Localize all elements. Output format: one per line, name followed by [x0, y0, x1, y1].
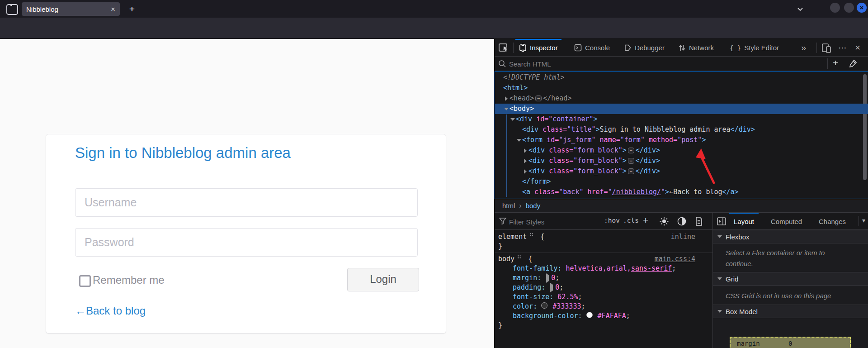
login-card: Sign in to Nibbleblog admin area Remembe… — [46, 134, 446, 334]
devtools-close-icon[interactable]: × — [855, 39, 860, 56]
expand-twisty-icon[interactable] — [522, 159, 528, 163]
devtools-tab-network[interactable]: Network — [675, 39, 717, 56]
overflow-chevrons-icon[interactable]: » — [801, 39, 806, 56]
browser-tabbar: Nibbleblog × + × — [0, 0, 868, 18]
class-toggle[interactable]: .cls — [623, 217, 639, 224]
css-rule-line[interactable]: } — [495, 321, 712, 330]
selector-highlighter-icon[interactable] — [529, 233, 533, 237]
firefox-view-icon[interactable] — [6, 4, 18, 15]
breadcrumb-item-body[interactable]: body — [526, 202, 541, 210]
devtools-tab-debugger[interactable]: Debugger — [620, 39, 668, 56]
markup-line-10[interactable]: <div class="form_block">⋯</div> — [495, 166, 868, 176]
expand-value-icon[interactable] — [546, 273, 549, 283]
meatball-menu-icon[interactable]: ⋯ — [838, 39, 847, 56]
new-tab-button[interactable]: + — [127, 4, 137, 14]
markup-line-12[interactable]: <a class="back" href="/nibbleblog/">←Bac… — [495, 187, 868, 197]
grid-empty-message: CSS Grid is not in use on this page — [726, 291, 831, 301]
expand-twisty-icon[interactable] — [522, 169, 528, 174]
styles-pane: :hov .cls + element {inline}body {main.c… — [495, 213, 712, 348]
search-html-input[interactable] — [508, 58, 781, 70]
css-rule-line[interactable]: } — [495, 242, 712, 251]
filter-styles-input[interactable] — [508, 216, 596, 228]
chevron-down-icon — [717, 235, 722, 238]
color-swatch[interactable] — [586, 312, 593, 318]
add-rule-icon[interactable]: + — [643, 215, 648, 226]
sidebar-tab-changes[interactable]: Changes — [816, 213, 849, 230]
css-rule-line[interactable]: font-family: helvetica,arial,sans-serif; — [495, 264, 712, 273]
box-model-section-header[interactable]: Box Model — [713, 305, 868, 318]
markup-line-8[interactable]: <div class="form_block">⋯</div> — [495, 145, 868, 156]
browser-tab[interactable]: Nibbleblog × — [22, 2, 120, 16]
login-button[interactable]: Login — [347, 268, 419, 291]
print-media-page-icon[interactable] — [694, 216, 703, 226]
expand-twisty-icon[interactable] — [509, 118, 516, 121]
color-swatch[interactable] — [541, 302, 547, 309]
window-close-button[interactable]: × — [857, 3, 867, 13]
css-rule-line[interactable]: margin: 0; — [495, 273, 712, 283]
stylesheet-source-link[interactable]: main.css:4 — [655, 254, 695, 264]
expand-twisty-icon[interactable] — [503, 108, 509, 110]
style-editor-icon: { } — [730, 44, 741, 52]
markup-line-6[interactable]: <div class="title">Sign in to Nibbleblog… — [495, 124, 868, 135]
sidebar-toggle-icon[interactable] — [717, 216, 726, 226]
dark-theme-contrast-icon[interactable] — [677, 216, 687, 226]
flexbox-section-header[interactable]: Flexbox — [713, 230, 868, 243]
markup-line-1[interactable]: <!DOCTYPE html> — [495, 72, 868, 83]
expand-value-icon[interactable] — [550, 283, 553, 292]
collapsed-ellipsis-badge[interactable]: ⋯ — [628, 148, 634, 153]
css-rule-line[interactable]: background-color: #FAFAFA; — [495, 311, 712, 321]
styles-toolbar: :hov .cls + — [495, 213, 712, 230]
console-icon — [574, 44, 582, 52]
markup-line-4[interactable]: <body> — [495, 104, 868, 114]
sidebar-tab-layout[interactable]: Layout — [731, 213, 757, 230]
collapsed-ellipsis-badge[interactable]: ⋯ — [535, 95, 542, 101]
expand-twisty-icon[interactable] — [516, 139, 522, 142]
devtools-tab-style-editor[interactable]: { }Style Editor — [726, 39, 783, 56]
window-maximize-button[interactable] — [844, 3, 854, 13]
tab-title: Nibbleblog — [26, 5, 111, 13]
markup-line-5[interactable]: <div id="container"> — [495, 114, 868, 124]
box-model-margin-box[interactable]: margin 0 — [730, 337, 851, 348]
layout-sidebar: LayoutComputedChanges ▾ Flexbox Select a… — [712, 213, 868, 348]
markup-line-11[interactable]: </form> — [495, 176, 868, 187]
breadcrumb: html›body — [495, 199, 868, 213]
markup-line-3[interactable]: <head>⋯</head> — [495, 93, 868, 104]
markup-line-9[interactable]: <div class="form_block">⋯</div> — [495, 156, 868, 166]
username-input[interactable] — [75, 188, 418, 217]
css-rule-line[interactable]: padding: 0; — [495, 283, 712, 292]
remember-me-label: Remember me — [93, 274, 165, 286]
css-rule-line[interactable]: element {inline — [495, 232, 712, 242]
list-tabs-chevron-icon[interactable] — [795, 4, 806, 14]
css-rule-line[interactable]: body {main.css:4 — [495, 254, 712, 264]
markup-line-2[interactable]: <html> — [495, 83, 868, 93]
responsive-design-icon[interactable] — [821, 43, 832, 53]
eyedropper-icon[interactable] — [848, 59, 858, 68]
sidebar-more-caret-icon[interactable]: ▾ — [862, 217, 865, 224]
css-rule-line[interactable]: color: #333333; — [495, 302, 712, 311]
tab-close-icon[interactable]: × — [111, 5, 115, 13]
back-to-blog-link[interactable]: ←Back to blog — [75, 305, 146, 317]
collapsed-ellipsis-badge[interactable]: ⋯ — [628, 158, 634, 164]
sidebar-tab-computed[interactable]: Computed — [768, 213, 805, 230]
window-minimize-button[interactable] — [830, 3, 840, 13]
margin-top-value[interactable]: 0 — [788, 340, 792, 347]
light-theme-sun-icon[interactable] — [659, 216, 669, 226]
password-input[interactable] — [75, 228, 418, 257]
add-node-icon[interactable]: + — [833, 57, 838, 68]
selector-highlighter-icon[interactable] — [517, 255, 521, 259]
inspector-icon — [519, 44, 527, 52]
css-rule-line[interactable]: font-size: 62.5%; — [495, 292, 712, 302]
remember-me-checkbox[interactable] — [79, 275, 91, 287]
markup-line-7[interactable]: <form id="js_form" name="form" method="p… — [495, 135, 868, 145]
grid-section-title: Grid — [726, 275, 738, 283]
grid-section-header[interactable]: Grid — [713, 272, 868, 286]
page-title: Sign in to Nibbleblog admin area — [75, 144, 291, 162]
breadcrumb-item-html[interactable]: html — [502, 202, 515, 210]
collapsed-ellipsis-badge[interactable]: ⋯ — [628, 168, 634, 174]
pick-element-icon[interactable] — [498, 42, 509, 53]
expand-twisty-icon[interactable] — [522, 148, 528, 153]
devtools-tab-inspector[interactable]: Inspector — [515, 39, 561, 56]
expand-twisty-icon[interactable] — [503, 96, 509, 101]
pseudo-class-toggle[interactable]: :hov — [604, 217, 620, 224]
devtools-tab-console[interactable]: Console — [571, 39, 613, 56]
